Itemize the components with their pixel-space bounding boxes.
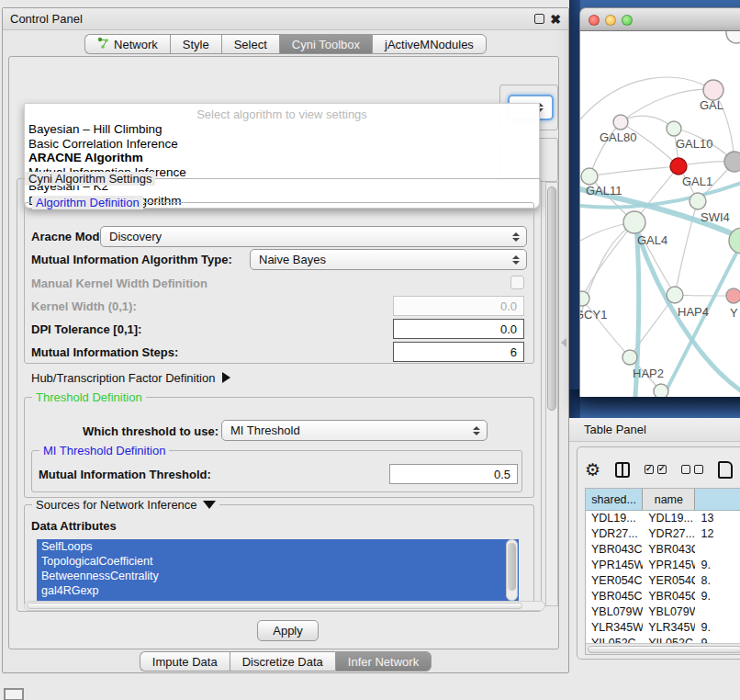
table-horizontal-scrollbar[interactable] [586,643,740,654]
network-node-swi4[interactable] [690,193,706,209]
table-row[interactable]: YDL19...YDL19...13 [586,511,740,526]
combo-arrows-icon [509,232,523,242]
mi-threshold-field[interactable]: 0.5 [389,464,518,484]
mi-algorithm-type-select[interactable]: Naive Bayes [250,249,527,270]
control-panel-bottom-tabs: Impute DataDiscretize DataInfer Network [3,651,568,672]
network-node-gal11[interactable] [581,168,598,185]
which-threshold-select[interactable]: MI Threshold [221,420,488,441]
sources-title[interactable]: Sources for Network Inference [32,498,219,512]
tab-select[interactable]: Select [221,34,279,54]
network-graph: GALGAL80GAL10GAL1GAL11SWI4GAL4GCY1HAP4YH… [580,31,740,397]
hub-definition-toggle[interactable]: Hub/Transcription Factor Definition [31,371,230,385]
network-canvas[interactable]: GALGAL80GAL10GAL1GAL11SWI4GAL4GCY1HAP4YH… [579,31,740,397]
network-node-label: HAP2 [633,367,664,380]
column-header-extra[interactable] [695,489,740,510]
network-node[interactable] [654,384,668,397]
close-window-icon[interactable] [589,15,600,26]
network-node-gal[interactable] [703,80,723,100]
settings-horizontal-scrollbar[interactable] [24,601,545,611]
bottom-tab-impute-data[interactable]: Impute Data [140,651,230,672]
tab-cyni-toolbox[interactable]: Cyni Toolbox [279,34,372,54]
network-node-hap2[interactable] [622,350,637,365]
tab-network[interactable]: Network [84,34,170,54]
network-node-gal4[interactable] [623,211,645,233]
bottom-tab-discretize-data[interactable]: Discretize Data [230,651,335,672]
column-header-name[interactable]: name [643,489,695,510]
table-row[interactable]: YPR145WYPR145W9. [586,558,740,573]
mi-steps-field[interactable]: 6 [393,342,524,362]
manual-kernel-checkbox[interactable] [510,276,524,289]
control-panel-title: Control Panel [10,12,83,26]
split-columns-icon[interactable] [615,462,630,478]
mi-threshold-label: Mutual Information Threshold: [39,468,211,481]
application-window: Control Panel ✖ NetworkStyleSelectCyni T… [0,0,740,700]
network-node-label: GAL1 [682,175,712,188]
tab-jactivemnodules[interactable]: jActiveMNodules [372,34,487,54]
network-node-y[interactable] [726,288,740,303]
network-node-label: HAP4 [678,305,709,319]
which-threshold-label: Which threshold to use: [83,424,219,438]
network-node-gal1[interactable] [670,158,687,175]
bottom-tab-infer-network[interactable]: Infer Network [335,651,432,672]
table-row[interactable]: YLR345WYLR345W9. [586,620,740,636]
collapse-arrow-icon [203,501,216,509]
network-node-label: GAL10 [676,137,712,151]
splitter-collapse-icon[interactable] [561,338,566,347]
float-panel-icon[interactable] [534,14,544,24]
unchecked-boxes-icon[interactable] [681,465,703,474]
minimize-window-icon[interactable] [605,15,616,26]
table-row[interactable]: YER054CYER054C8. [586,573,740,589]
network-node-label: SWI4 [701,210,730,224]
algorithm-option[interactable]: ARACNE Algorithm [25,151,539,165]
threshold-definition-title: Threshold Definition [32,390,146,404]
document-icon[interactable] [718,461,733,479]
network-node-gal10[interactable] [667,121,681,136]
table-row[interactable]: YBR045CYBR045C9. [586,589,740,604]
table-panel-title: Table Panel [584,423,646,436]
network-node-label: GCY1 [580,308,607,322]
network-node-hap4[interactable] [667,287,683,303]
control-panel-tabs: NetworkStyleSelectCyni ToolboxjActiveMNo… [3,34,568,54]
network-node[interactable] [724,152,740,172]
close-panel-icon[interactable]: ✖ [550,14,561,25]
attribute-item[interactable]: BetweennessCentrality [37,569,519,583]
aracne-mode-label: Aracne Mode: [31,230,110,243]
dpi-tolerance-label: DPI Tolerance [0,1]: [31,322,141,336]
manual-kernel-label: Manual Kernel Width Definition [31,277,207,290]
gear-icon[interactable]: ⚙ [585,461,600,479]
settings-vertical-scrollbar[interactable] [545,182,558,606]
mi-steps-label: Mutual Information Steps: [31,345,178,359]
dpi-tolerance-field[interactable]: 0.0 [393,319,524,339]
control-panel-content: galFiltered.sif default node Select algo… [8,56,559,649]
table-row[interactable]: YBL079WYBL079W [586,604,740,620]
algorithm-option[interactable]: Bayesian – Hill Climbing [25,122,539,137]
network-node-label: GAL80 [600,130,636,144]
network-node[interactable] [726,31,740,43]
network-window-titlebar[interactable] [579,7,740,31]
tab-style[interactable]: Style [170,34,221,54]
apply-button[interactable]: Apply [257,620,319,641]
kernel-width-field[interactable]: 0.0 [393,296,524,316]
network-node-label: Y [730,306,738,320]
attribute-item[interactable]: gal4RGexp [37,583,519,598]
attributes-vertical-scrollbar[interactable] [506,539,518,601]
attribute-item[interactable]: SelfLoops [37,539,519,554]
control-panel: Control Panel ✖ NetworkStyleSelectCyni T… [2,7,569,673]
data-attributes-label: Data Attributes [31,519,117,533]
zoom-window-icon[interactable] [622,15,633,26]
expand-arrow-icon [222,372,230,383]
table-header: shared... name [586,489,740,511]
algorithm-option[interactable]: Basic Correlation Inference [25,137,539,152]
checked-boxes-icon[interactable] [645,465,667,474]
minimized-panel-icon[interactable] [4,688,24,700]
network-node-gal80[interactable] [613,115,628,130]
table-row[interactable]: YBR043CYBR043C [586,542,740,558]
network-node-gcy1[interactable] [580,291,589,306]
table-row[interactable]: YDR27...YDR27...12 [586,526,740,542]
column-header-shared[interactable]: shared... [586,489,643,510]
aracne-mode-select[interactable]: Discovery [100,226,527,247]
attribute-item[interactable]: TopologicalCoefficient [37,554,519,569]
control-panel-titlebar: Control Panel ✖ [3,8,568,30]
network-node-label: GAL [700,98,723,112]
data-attributes-list: SelfLoopsTopologicalCoefficientBetweenne… [37,539,519,601]
